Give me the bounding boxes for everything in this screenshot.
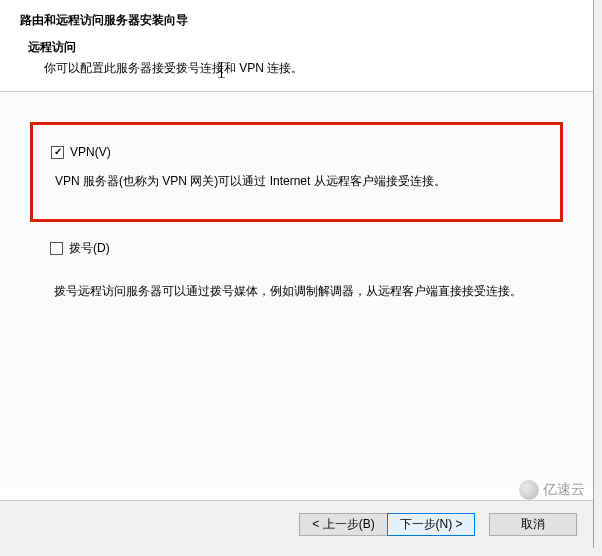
dialup-option-group: 拨号(D) 拨号远程访问服务器可以通过拨号媒体，例如调制解调器，从远程客户端直接… — [30, 240, 563, 301]
vpn-option-group: VPN(V) VPN 服务器(也称为 VPN 网关)可以通过 Internet … — [51, 145, 542, 191]
back-button[interactable]: < 上一步(B) — [299, 513, 387, 536]
dialup-checkbox[interactable] — [50, 242, 63, 255]
section-description: 你可以配置此服务器接受拨号连接和 VPN 连接。 — [28, 60, 573, 77]
dialup-description: 拨号远程访问服务器可以通过拨号媒体，例如调制解调器，从远程客户端直接接受连接。 — [50, 281, 563, 301]
next-button[interactable]: 下一步(N) > — [387, 513, 475, 536]
wizard-window: 路由和远程访问服务器安装向导 远程访问 你可以配置此服务器接受拨号连接和 VPN… — [0, 0, 594, 548]
vpn-label: VPN(V) — [70, 145, 111, 159]
dialup-label: 拨号(D) — [69, 240, 110, 257]
vpn-checkbox[interactable] — [51, 146, 64, 159]
wizard-title: 路由和远程访问服务器安装向导 — [20, 12, 573, 29]
content-area: VPN(V) VPN 服务器(也称为 VPN 网关)可以通过 Internet … — [0, 92, 593, 487]
watermark: 亿速云 — [519, 480, 585, 500]
cancel-button[interactable]: 取消 — [489, 513, 577, 536]
nav-button-group: < 上一步(B) 下一步(N) > — [299, 513, 475, 536]
section-title: 远程访问 — [28, 39, 573, 56]
subtitle-block: 远程访问 你可以配置此服务器接受拨号连接和 VPN 连接。 — [20, 39, 573, 77]
dialup-checkbox-row[interactable]: 拨号(D) — [50, 240, 563, 257]
wizard-header: 路由和远程访问服务器安装向导 远程访问 你可以配置此服务器接受拨号连接和 VPN… — [0, 0, 593, 92]
vpn-checkbox-row[interactable]: VPN(V) — [51, 145, 542, 159]
vpn-description: VPN 服务器(也称为 VPN 网关)可以通过 Internet 从远程客户端接… — [51, 171, 542, 191]
vpn-highlight-box: VPN(V) VPN 服务器(也称为 VPN 网关)可以通过 Internet … — [30, 122, 563, 222]
watermark-logo-icon — [519, 480, 539, 500]
watermark-text: 亿速云 — [543, 481, 585, 499]
button-bar: < 上一步(B) 下一步(N) > 取消 — [0, 500, 593, 548]
